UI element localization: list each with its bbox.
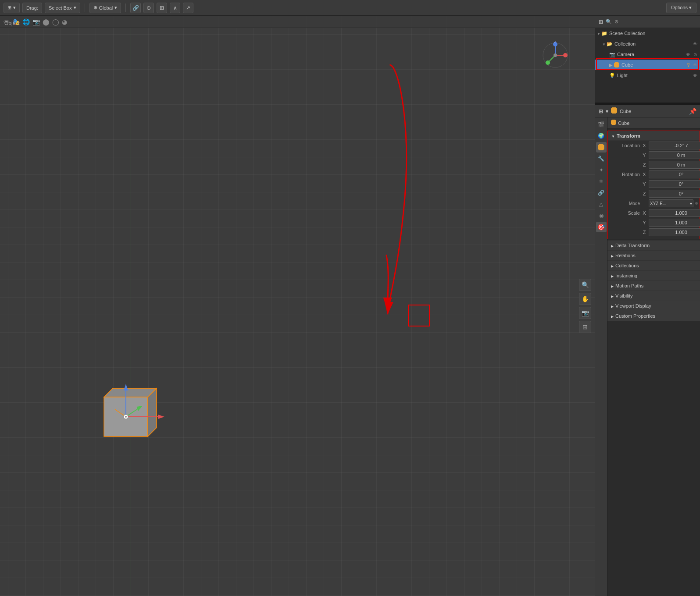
camera-extra-icon[interactable]: ⊙ xyxy=(692,52,698,57)
select-box-label: Select Box xyxy=(49,5,72,11)
rotation-y-input[interactable] xyxy=(649,180,700,188)
rotation-x-axis: X xyxy=(642,172,647,177)
relations-header[interactable]: Relations xyxy=(607,251,700,260)
options-button[interactable]: Options ▾ xyxy=(666,3,696,13)
icon-btn-1[interactable]: ⊞ xyxy=(157,3,167,13)
location-z-input[interactable] xyxy=(649,161,700,169)
select-box-dropdown[interactable]: Select Box ▾ xyxy=(45,3,80,13)
location-x-input[interactable] xyxy=(649,142,700,149)
viewport-display-section: Viewport Display xyxy=(607,301,700,311)
zoom-tool[interactable]: 🔍 xyxy=(579,279,591,291)
cube-filter-icon[interactable]: ⊽ xyxy=(685,63,691,67)
custom-properties-arrow xyxy=(611,313,614,319)
tab-object-properties[interactable] xyxy=(596,142,607,153)
viewport-tools: 🔍 ✋ 📷 ⊞ xyxy=(579,279,591,333)
scale-x-input[interactable] xyxy=(649,209,700,217)
pin-icon[interactable]: 📌 xyxy=(689,108,696,115)
scale-z-input[interactable] xyxy=(649,228,700,236)
collections-header[interactable]: Collections xyxy=(607,261,700,270)
scale-x-axis: X xyxy=(642,210,647,216)
outliner-cube[interactable]: ▶ Cube ⊽ 👁 xyxy=(595,60,700,70)
rotation-mode-dropdown[interactable]: XYZ E... ▾ xyxy=(649,199,693,207)
svg-marker-4 xyxy=(124,384,128,390)
navigation-gizmo[interactable]: Z xyxy=(540,40,571,72)
viewport-gizmo-icon[interactable]: 🌐 xyxy=(22,18,30,25)
tab-physics[interactable]: ⚛ xyxy=(596,176,607,187)
motion-paths-header[interactable]: Motion Paths xyxy=(607,281,700,291)
properties-wrapper: ⊞ ▾ Cube 📌 🎬 🌍 🔧 ✦ ⚛ xyxy=(595,105,700,596)
outliner: ⊞ 🔍 ⊙ 📁 Scene Collection 📂 Collection xyxy=(595,16,700,103)
tab-data[interactable]: △ xyxy=(596,199,607,209)
scale-label: Scale xyxy=(611,210,640,216)
tab-scene[interactable]: 🎬 xyxy=(596,119,607,130)
visibility-arrow xyxy=(611,293,614,298)
cube-expand-arrow: ▶ xyxy=(609,63,613,67)
icon-btn-3[interactable]: ↗ xyxy=(183,3,193,13)
rotation-y-axis: Y xyxy=(642,181,647,187)
viewport-display-label: Viewport Display xyxy=(615,303,651,309)
scale-y-input[interactable] xyxy=(649,219,700,227)
drag-label: Drag: xyxy=(22,3,42,13)
cube-eye-icon[interactable]: 👁 xyxy=(692,63,698,67)
custom-properties-header[interactable]: Custom Properties xyxy=(607,311,700,321)
dropdown-arrow: ▾ xyxy=(13,5,16,11)
proportional-edit-button[interactable]: ⊙ xyxy=(143,3,154,13)
outliner-camera[interactable]: 📷 Camera 👁 ⊙ xyxy=(595,49,700,60)
viewport[interactable]: 👁 🎭 🌐 📷 ⬤ ◯ ◕ Object xyxy=(0,16,595,596)
global-label: Global xyxy=(99,5,113,11)
relations-arrow xyxy=(611,253,614,258)
delta-transform-header[interactable]: Delta Transform xyxy=(607,241,700,250)
scene-collection-icon: 📁 xyxy=(601,30,607,36)
tab-active[interactable]: 🎯 xyxy=(596,222,607,232)
location-y-input[interactable] xyxy=(649,151,700,159)
tab-material[interactable]: ◉ xyxy=(596,210,607,221)
tab-constraints[interactable]: 🔗 xyxy=(596,188,607,198)
instancing-header[interactable]: Instancing xyxy=(607,271,700,280)
camera-eye-icon[interactable]: 👁 xyxy=(685,52,691,57)
tab-particles[interactable]: ✦ xyxy=(596,165,607,175)
shading-material-icon[interactable]: ◯ xyxy=(52,18,59,25)
viewport-camera-icon[interactable]: 📷 xyxy=(32,18,40,25)
transform-icon: ⊕ xyxy=(93,5,97,11)
tab-world[interactable]: 🌍 xyxy=(596,131,607,141)
collection-eye-icon[interactable]: 👁 xyxy=(692,42,698,46)
svg-marker-8 xyxy=(158,415,164,419)
scale-y-row: Y 🔒 xyxy=(608,218,700,227)
delta-transform-arrow xyxy=(611,243,614,248)
shading-solid-icon[interactable]: ⬤ xyxy=(43,18,50,25)
tab-modifier[interactable]: 🔧 xyxy=(596,153,607,164)
separator-1 xyxy=(85,4,85,12)
snap-button[interactable]: 🔗 xyxy=(130,3,141,13)
separator-2 xyxy=(125,4,126,12)
scene-collection-name: Scene Collection xyxy=(609,31,698,36)
icon-btn-2[interactable]: ∧ xyxy=(170,3,180,13)
custom-properties-section: Custom Properties xyxy=(607,311,700,321)
rotation-z-row: Z 🔒 xyxy=(608,189,700,199)
outliner-scene-collection[interactable]: 📁 Scene Collection xyxy=(595,28,700,39)
cube-3d-object[interactable] xyxy=(95,371,165,445)
transform-orientation-dropdown[interactable]: ⊕ Global ▾ xyxy=(89,3,121,13)
collection-arrow xyxy=(602,42,606,46)
shading-rendered-icon[interactable]: ◕ xyxy=(62,18,67,25)
viewport-display-header[interactable]: Viewport Display xyxy=(607,301,700,311)
outliner-collection[interactable]: 📂 Collection 👁 xyxy=(595,39,700,49)
select-box-arrow: ▾ xyxy=(74,5,76,11)
grid-tool[interactable]: ⊞ xyxy=(579,321,591,333)
camera-name: Camera xyxy=(617,52,685,57)
hand-tool[interactable]: ✋ xyxy=(579,293,591,305)
visibility-header[interactable]: Visibility xyxy=(607,291,700,301)
props-mode-arrow[interactable]: ▾ xyxy=(606,108,608,114)
rotation-x-input[interactable] xyxy=(649,170,700,178)
collections-section: Collections xyxy=(607,260,700,270)
rotation-mode-label: Mode xyxy=(611,201,640,206)
location-x-row: Location X 🔒 xyxy=(608,141,700,150)
editor-type-dropdown[interactable]: ⊞ ▾ xyxy=(4,3,20,13)
rotation-y-row: Y 🔒 xyxy=(608,179,700,189)
light-eye-icon[interactable]: 👁 xyxy=(692,73,698,78)
data-block-name: Cube xyxy=(618,121,629,126)
outliner-light[interactable]: 💡 Light 👁 xyxy=(595,70,700,81)
camera-tool[interactable]: 📷 xyxy=(579,307,591,319)
svg-point-17 xyxy=(563,53,568,57)
rotation-z-input[interactable] xyxy=(649,190,700,198)
location-y-row: Y 🔒 xyxy=(608,150,700,160)
